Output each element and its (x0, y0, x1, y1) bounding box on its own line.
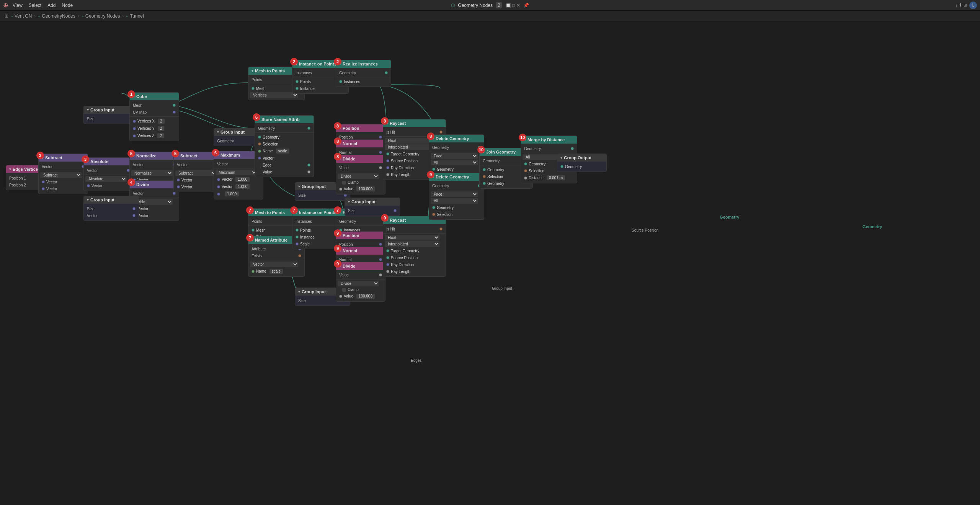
node-group-input-edge-header: ▾ Group Input (345, 198, 400, 206)
breadcrumb-vent-gn[interactable]: ⬦Vent GN (11, 13, 32, 19)
row-sel-in: Selection (255, 141, 314, 147)
row-edge-mode: Edge (255, 162, 314, 168)
badge-3a: 3 (36, 152, 44, 159)
row-value-in: Value 100.000 (336, 185, 385, 193)
delete-geo-bot-mode1[interactable]: Face (431, 191, 478, 197)
raycast-bot-mode[interactable]: Float (385, 235, 439, 240)
row-source-pos: Source Position (383, 254, 446, 261)
info-icon[interactable]: ℹ (960, 3, 961, 8)
badge-7a: 7 (246, 206, 254, 214)
badge-6b: 6 (253, 113, 260, 121)
menu-add[interactable]: Add (47, 3, 56, 8)
badge-8a: 8 (334, 122, 341, 130)
label-source-position: Source Position (632, 228, 658, 232)
delete-geo-top-mode2[interactable]: All (431, 160, 478, 165)
node-realize-instances-top: ▾ Realize Instances Geometry Instances (336, 60, 391, 87)
row-exists-out: Exists (248, 252, 304, 259)
node-group-input-norm: ▾ Group Input Size Vector (83, 196, 139, 221)
maximum-mode[interactable]: Maximum (216, 170, 257, 175)
divide-bot-mode[interactable]: Divide (338, 281, 379, 286)
menu-view[interactable]: View (13, 3, 23, 8)
normalize-mode[interactable]: Normalize (131, 170, 173, 176)
row-geo-out: Geometry (336, 69, 391, 76)
node-subtract-left-body: Vector Subtract Vector Vector (39, 162, 88, 194)
row-vertices-x: Vertices X 2 (130, 118, 179, 125)
row-distance: Distance 0.001 m (521, 174, 577, 181)
badge-9a: 9 (334, 229, 341, 237)
badge-9e: 9 (427, 171, 434, 178)
clamp-row: Clamp (336, 180, 385, 185)
right-controls: ↑ ℹ ⊞ U (956, 2, 977, 9)
node-store-named-attr-header: ▾ Store Named Attrib (255, 116, 314, 123)
breadcrumb-geometry-nodes-2[interactable]: ⬦Geometry Nodes (82, 13, 120, 19)
breadcrumb-tunnel[interactable]: ⬦Tunnel (126, 13, 144, 19)
workspace-title-area: ⬡ Geometry Nodes 2 🔲 □ ✕ 📌 (451, 2, 529, 8)
node-group-output: ▾ Group Output Geometry (557, 154, 607, 172)
menu-select[interactable]: Select (29, 3, 41, 8)
node-group-input-norm-body: Size Vector (84, 204, 139, 221)
layout-icon[interactable]: ⊞ (964, 3, 967, 8)
label-edges: Edges (411, 358, 421, 363)
pin-icon[interactable]: 📌 (523, 3, 529, 8)
absolute-mode-select[interactable]: Absolute (85, 176, 127, 182)
node-group-input-norm-header: ▾ Group Input (84, 196, 139, 204)
node-normal-top-header: ▾ Normal (336, 140, 385, 147)
badge-4: 4 (127, 178, 135, 186)
badge-1: 1 (127, 90, 135, 98)
delete-geo-bot-mode2[interactable]: All (431, 198, 478, 204)
node-divide-bottom-header: ▾ Divide (336, 262, 385, 270)
divide-top-mode[interactable]: Divide (338, 173, 379, 179)
breadcrumb: ⊞ ⬦Vent GN › ⬦GeometryNodes › ⬦Geometry … (0, 11, 980, 21)
mtp-top-mode[interactable]: Vertices (250, 92, 298, 98)
up-arrow-icon[interactable]: ↑ (956, 3, 958, 8)
topbar: ⊕ View Select Add Node ⬡ Geometry Nodes … (0, 0, 980, 11)
node-position-bottom-header: ▾ Position (336, 232, 385, 239)
menu-node[interactable]: Node (62, 3, 73, 8)
node-divide-top-body: Value Divide Clamp Value 100.000 (336, 163, 385, 194)
named-attr-type[interactable]: Vector (250, 261, 298, 267)
workspace-number: 2 (496, 2, 502, 8)
badge-8d: 8 (381, 117, 389, 125)
node-absolute-body: Vector Absolute Vector (84, 165, 133, 191)
subtract-r-mode[interactable]: Subtract (175, 170, 217, 176)
row-ishit-out: Is Hit (383, 226, 446, 232)
badge-8e: 8 (427, 132, 434, 140)
node-group-input-edge: ▾ Group Input Size (345, 198, 400, 216)
node-delete-geo-top-header: ▾ Delete Geometry (429, 135, 484, 142)
label-geometry-1881: Geometry (720, 215, 739, 219)
node-divide-bottom: ▾ Divide Value Divide Clamp Value 100.00… (336, 262, 385, 302)
row-vec-out: Vector (84, 167, 133, 174)
raycast-bot-interp[interactable]: Interpolated (385, 241, 439, 247)
node-group-output-body: Geometry (557, 162, 606, 172)
breadcrumb-geometry-nodes-1[interactable]: ⬦GeometryNodes (38, 13, 75, 19)
label-group-input-1287: Group Input (492, 286, 512, 291)
node-divide-top-header: ▾ Divide (336, 155, 385, 163)
row-vec-in3: 1.000 (214, 190, 263, 198)
node-cube-header: ▾ Cube (130, 93, 179, 100)
node-absolute-header: ▾ Absolute (84, 158, 133, 165)
node-group-output-header: ▾ Group Output (557, 154, 606, 162)
clamp-row-bot: Clamp (336, 287, 385, 293)
row-geo-in: Geometry (429, 204, 484, 211)
node-subtract-left: ▾ Subtract Vector Subtract Vector Vector (38, 154, 88, 194)
node-realize-instances-top-header: ▾ Realize Instances (336, 60, 391, 68)
badge-8c: 8 (334, 153, 341, 160)
node-delete-geo-bottom-body: Geometry Face All Geometry Selection (429, 181, 484, 219)
subtract-mode-select[interactable]: Subtract (40, 172, 82, 178)
node-normal-bottom-header: ▾ Normal (336, 247, 385, 255)
badge-5b: 5 (172, 150, 179, 157)
node-divide-bottom-body: Value Divide Clamp Value 100.000 (336, 270, 385, 301)
node-position-top-header: ▾ Position (336, 124, 385, 132)
node-merge-by-distance-header: ▾ Merge by Distance (521, 136, 577, 144)
node-canvas[interactable]: ▾ Edge Vertices Position 1 Position 2 ▾ … (0, 21, 980, 505)
node-cube: ▾ Cube Mesh UV Map Vertices X 2 Vertices… (129, 92, 179, 141)
row-ray-dir: Ray Direction (383, 261, 446, 268)
row-size: Size (84, 205, 139, 212)
row-geo-out: Geometry (429, 144, 484, 151)
node-realize-instances-top-body: Geometry Instances (336, 68, 391, 87)
delete-geo-top-mode1[interactable]: Face (431, 153, 478, 159)
badge-10b: 10 (519, 134, 526, 141)
row-vec-in: Vector (84, 182, 133, 189)
row-vertices-y: Vertices Y 2 (130, 125, 179, 132)
node-delete-geo-bottom-header: ▾ Delete Geometry (429, 173, 484, 181)
